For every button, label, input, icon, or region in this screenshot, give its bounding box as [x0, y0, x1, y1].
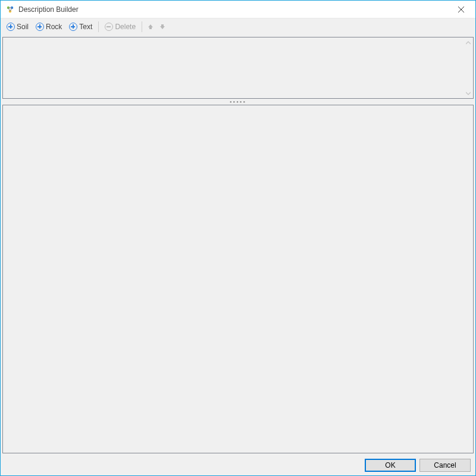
chevron-down-icon [466, 91, 471, 96]
add-text-label: Text [79, 23, 92, 31]
scroll-down-button[interactable] [463, 88, 473, 98]
plus-icon [69, 23, 77, 31]
window-title: Description Builder [18, 5, 447, 14]
add-rock-label: Rock [46, 23, 62, 31]
add-rock-button[interactable]: Rock [32, 21, 65, 33]
dialog-window: Description Builder Soil Rock Text Delet… [0, 0, 476, 476]
content-area: ●●●●● [1, 35, 475, 455]
close-button[interactable] [447, 1, 474, 18]
titlebar: Description Builder [1, 1, 475, 18]
move-up-button[interactable] [145, 21, 156, 33]
plus-icon [7, 23, 15, 31]
toolbar-separator [142, 21, 142, 32]
scroll-up-button[interactable] [463, 37, 473, 48]
move-down-button[interactable] [156, 21, 168, 33]
toolbar-separator [98, 21, 99, 32]
dialog-footer: OK Cancel [1, 455, 475, 475]
delete-button[interactable]: Delete [101, 21, 139, 33]
horizontal-splitter[interactable]: ●●●●● [2, 99, 474, 105]
minus-icon [105, 23, 113, 31]
add-soil-button[interactable]: Soil [3, 21, 32, 33]
cancel-button[interactable]: Cancel [419, 459, 471, 472]
ok-button[interactable]: OK [365, 459, 416, 472]
detail-pane[interactable] [2, 105, 474, 453]
toolbar: Soil Rock Text Delete [1, 18, 475, 35]
plus-icon [36, 23, 44, 31]
delete-label: Delete [115, 23, 136, 31]
add-text-button[interactable]: Text [65, 21, 96, 33]
chevron-up-icon [466, 40, 471, 45]
splitter-grip: ●●●●● [230, 100, 246, 104]
arrow-up-icon [147, 23, 154, 30]
add-soil-label: Soil [17, 23, 29, 31]
arrow-down-icon [159, 23, 166, 30]
description-list-pane[interactable] [2, 37, 474, 99]
vertical-scrollbar[interactable] [463, 37, 473, 98]
close-icon [458, 7, 464, 12]
app-icon [5, 5, 15, 14]
